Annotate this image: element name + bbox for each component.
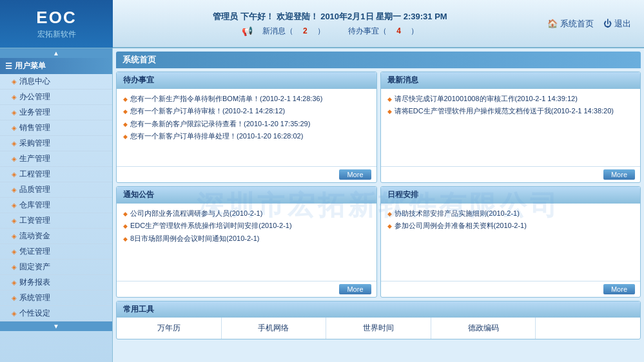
sidebar-item-warehouse[interactable]: ◈ 仓库管理 <box>0 198 112 213</box>
sidebar-item-quality[interactable]: ◈ 品质管理 <box>0 182 112 198</box>
notice-more-button[interactable]: More <box>339 284 371 294</box>
schedule-panel: 日程安排 ◆ 协助技术部安排产品实施细则(2010-2-1) ◆ 参加公司周例会… <box>380 186 641 298</box>
tools-title: 常用工具 <box>117 301 640 318</box>
sidebar-menu-title[interactable]: ☰ 用户菜单 <box>0 58 112 74</box>
schedule-item-1[interactable]: ◆ 参加公司周例会并准备相关资料(2010-2-1) <box>387 220 634 232</box>
bullet-icon: ◆ <box>387 108 392 116</box>
tool-calendar[interactable]: 万年历 <box>117 318 222 339</box>
header-greeting: 管理员 下午好！ 欢迎登陆！ 2010年2月1日 星期一 2:39:31 PM <box>213 11 447 23</box>
bullet-icon: ◆ <box>123 210 128 218</box>
sidebar-item-personalize[interactable]: ◈ 个性设定 <box>0 306 112 321</box>
bullet-icon: ◆ <box>123 95 128 104</box>
warehouse-icon: ◈ <box>12 202 17 209</box>
bullet-icon: ◆ <box>123 108 128 116</box>
menu-icon: ☰ <box>5 62 12 71</box>
page-title: 系统首页 <box>116 52 641 68</box>
bullet-icon: ◆ <box>123 235 128 243</box>
messages-icon: ◈ <box>12 78 17 85</box>
news-more-button[interactable]: More <box>603 169 635 180</box>
pending-panel: 待办事宜 ◆ 您有一个新生产指令单待制作BOM清单！(2010-2-1 14:2… <box>116 71 377 183</box>
bullet-icon: ◆ <box>387 210 392 218</box>
tool-extra <box>536 318 640 339</box>
schedule-panel-title: 日程安排 <box>381 187 641 204</box>
tool-mobile[interactable]: 手机网络 <box>222 318 327 339</box>
sidebar-item-business[interactable]: ◈ 业务管理 <box>0 105 112 120</box>
sidebar-item-production[interactable]: ◈ 生产管理 <box>0 151 112 167</box>
sidebar-item-finance[interactable]: ◈ 财务报表 <box>0 275 112 291</box>
assets-icon: ◈ <box>12 263 17 271</box>
bullet-icon: ◆ <box>123 120 128 129</box>
bullet-icon: ◆ <box>123 222 128 231</box>
sidebar-item-sales[interactable]: ◈ 销售管理 <box>0 120 112 136</box>
logo-sub: 宏拓新软件 <box>37 29 76 40</box>
bullet-icon: ◆ <box>123 133 128 141</box>
engineering-icon: ◈ <box>12 171 17 178</box>
speaker-icon: 📢 <box>242 26 253 36</box>
notice-item-0[interactable]: ◆ 公司内部业务流程调研参与人员(2010-2-1) <box>123 207 370 220</box>
sidebar-item-engineering[interactable]: ◈ 工程管理 <box>0 167 112 182</box>
personalize-icon: ◈ <box>12 310 17 317</box>
schedule-item-0[interactable]: ◆ 协助技术部安排产品实施细则(2010-2-1) <box>387 207 634 220</box>
news-panel: 最新消息 ◆ 请尽快完成订单201001008的审核工作(2010-2-1 14… <box>380 71 641 183</box>
new-message-label: 新消息（ <box>262 26 293 37</box>
sidebar-scroll-up[interactable]: ▲ <box>0 48 112 58</box>
news-panel-title: 最新消息 <box>381 72 641 89</box>
home-label: 系统首页 <box>560 18 594 30</box>
sidebar-scroll-down[interactable]: ▼ <box>0 321 112 331</box>
sidebar-item-fixed-assets[interactable]: ◈ 固定资产 <box>0 260 112 275</box>
notice-item-2[interactable]: ◆ 8日市场部周例会会议时间通知(2010-2-1) <box>123 233 370 245</box>
sales-icon: ◈ <box>12 124 17 131</box>
sidebar-item-system[interactable]: ◈ 系统管理 <box>0 291 112 306</box>
sidebar-item-voucher[interactable]: ◈ 凭证管理 <box>0 244 112 260</box>
pending-count[interactable]: 4 <box>396 26 401 35</box>
pending-panel-title: 待办事宜 <box>117 72 376 89</box>
tools-section: 常用工具 万年历 手机网络 世界时间 德政编码 <box>116 301 641 339</box>
system-icon: ◈ <box>12 294 17 301</box>
notice-panel: 通知公告 ◆ 公司内部业务流程调研参与人员(2010-2-1) ◆ EDC生产管… <box>116 186 377 298</box>
bullet-icon: ◆ <box>387 95 392 104</box>
tool-dz-code[interactable]: 德政编码 <box>431 318 536 339</box>
news-item-1[interactable]: ◆ 请将EDC生产管理软件用户操作规范文档传送于我(2010-2-1 14:38… <box>387 105 634 117</box>
salary-icon: ◈ <box>12 217 17 224</box>
office-icon: ◈ <box>12 93 17 100</box>
voucher-icon: ◈ <box>12 248 17 255</box>
tool-world-time[interactable]: 世界时间 <box>326 318 431 339</box>
sidebar-item-office[interactable]: ◈ 办公管理 <box>0 90 112 105</box>
new-message-count[interactable]: 2 <box>303 26 307 35</box>
pending-item-0[interactable]: ◆ 您有一个新生产指令单待制作BOM清单！(2010-2-1 14:28:36) <box>123 93 370 105</box>
logout-button[interactable]: ⏻ 退出 <box>603 18 631 30</box>
news-item-0[interactable]: ◆ 请尽快完成订单201001008的审核工作(2010-2-1 14:39:1… <box>387 93 634 105</box>
pending-item-1[interactable]: ◆ 您有一个新客户订单待审核！(2010-2-1 14:28:12) <box>123 105 370 117</box>
logo-text: EOC <box>36 8 76 28</box>
pending-more-button[interactable]: More <box>339 169 371 180</box>
finance-icon: ◈ <box>12 279 17 286</box>
pending-item-2[interactable]: ◆ 您有一条新的客户限踪记录待查看！(2010-1-20 17:35:29) <box>123 118 370 130</box>
sidebar-item-salary[interactable]: ◈ 工资管理 <box>0 213 112 229</box>
pending-label: 待办事宜（ <box>348 26 387 37</box>
sidebar-item-messages[interactable]: ◈ 消息中心 <box>0 74 112 90</box>
notice-item-1[interactable]: ◆ EDC生产管理软件系统操作培训时间安排(2010-2-1) <box>123 220 370 232</box>
cashflow-icon: ◈ <box>12 233 17 240</box>
notice-panel-title: 通知公告 <box>117 187 376 204</box>
business-icon: ◈ <box>12 109 17 116</box>
logo: EOC 宏拓新软件 <box>0 0 113 48</box>
logout-label: 退出 <box>614 18 631 30</box>
logout-icon: ⏻ <box>603 19 612 28</box>
sidebar-item-purchase[interactable]: ◈ 采购管理 <box>0 136 112 151</box>
quality-icon: ◈ <box>12 186 17 193</box>
home-icon: 🏠 <box>547 19 558 28</box>
home-button[interactable]: 🏠 系统首页 <box>547 18 594 30</box>
pending-item-3[interactable]: ◆ 您有一个新客户订单待排单处理！(2010-1-20 16:28:02) <box>123 130 370 142</box>
sidebar-item-cashflow[interactable]: ◈ 流动资金 <box>0 229 112 244</box>
schedule-more-button[interactable]: More <box>603 284 635 294</box>
purchase-icon: ◈ <box>12 140 17 147</box>
bullet-icon: ◆ <box>387 222 392 231</box>
production-icon: ◈ <box>12 155 17 162</box>
